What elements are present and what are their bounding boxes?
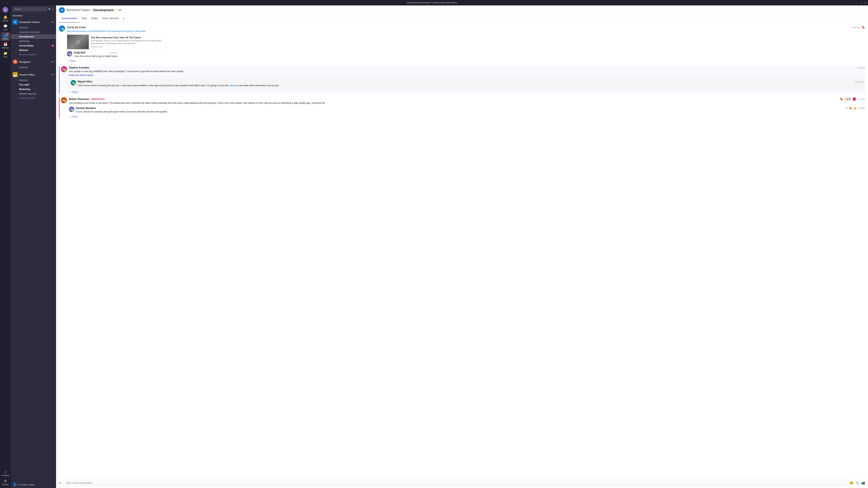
daniela-more-icon[interactable]: ••• [845,107,848,109]
designers-more[interactable]: ••• [51,60,54,63]
babek-mention[interactable]: Babek [76,110,83,113]
compose-input[interactable] [63,480,848,486]
search-icon[interactable]: 🔍 [48,8,51,11]
message-row-daphne: DK Daphne Knowles 11:05 am Any update on… [59,66,865,94]
attachment-button[interactable]: 📎 [855,481,859,485]
team-fourthcoffee-header[interactable]: ☕ Fourth Coffee ••• [11,71,56,78]
babek-text: Just sending some kudos to the team! The… [69,101,865,105]
create-team-button[interactable]: 👤+ Create a team [11,481,56,488]
tab-notes[interactable]: Notes [89,15,100,23]
team-logo: ↺ [59,7,65,13]
rail-item-meetings[interactable]: 📅 Meetings [1,41,10,50]
daniela-bookmark-icon[interactable]: 🔖 [849,107,852,109]
bookmark-icon-1[interactable]: 🔖 [862,26,865,29]
daniela-like-icon[interactable]: 👍 [853,107,856,109]
fourthcoffee-more[interactable]: ••• [51,73,54,76]
reply-button-2[interactable]: ↩ Reply [69,90,865,94]
tab-files[interactable]: Files [80,15,89,23]
avatar-miguel: MS [71,80,76,86]
close-button[interactable]: ✕ [864,1,866,4]
avatar-cecily: CD [59,26,65,32]
rail-item-teams[interactable]: 2 👥 Teams [1,32,10,41]
northwind-name: Northwind Traders [19,21,50,24]
team-northwind-header[interactable]: N Northwind Traders ••• [11,19,56,25]
search-input[interactable] [13,7,47,11]
minimize-button[interactable]: — [856,1,858,4]
kadji-author: Kadji Bell [74,51,85,54]
reply-button-3[interactable]: ↩ Reply [69,115,865,118]
maximize-button[interactable]: □ [861,1,862,4]
avatar-daphne: DK [61,66,67,72]
team-designers-header[interactable]: 🎨 Designers ••• [11,58,56,65]
rail-item-feedback[interactable]: ☺ Feedback [1,469,10,478]
reply-arrow-icon: ↩ [68,60,69,62]
jakob-mention[interactable]: Jakob [229,84,236,87]
daniela-reply-row: DM Daniela Mandera ••• 🔖 👍 11:26am [69,107,865,113]
channel-name: General [19,66,28,69]
back-button[interactable]: ← [2,1,4,4]
northwind-more[interactable]: ••• [51,21,54,24]
header-channel-name: Development [93,8,114,12]
bookmark-icon-3[interactable]: 🔖 [840,97,843,101]
channel-weekly-specials[interactable]: Weekly Specials [11,92,56,96]
message-header-babek: Babek Shammas !!IMPORTANT 🔖 👍 6 ! 11:24 … [69,97,865,101]
message-body-1: Cecily De Crum 11:00 am 🔖 http://www.con… [67,26,865,63]
channel-development[interactable]: Development [11,34,56,39]
meetings-label: Meetings [2,47,9,49]
msg-link-1: http://www.contoso.com/3054433/the-most-… [67,29,865,33]
tab-team-services[interactable]: Team Services [100,15,121,23]
rail-item-files[interactable]: 📁 Files [1,50,10,59]
channel-fourthcoffee-marketing[interactable]: Marketing [11,87,56,92]
msg-time-1: 11:00 am [852,26,860,29]
nested-reply-miguel: MS Miguel Silva 11:16 am I don't know wh… [69,78,865,89]
channel-customer-accounts[interactable]: Customer Accounts [11,30,56,34]
rail-item-chat[interactable]: 💬 Chat [1,23,10,32]
channel-website[interactable]: Website [11,48,56,53]
favorite-star-icon[interactable]: ★ [115,9,117,11]
miguel-body: Miguel Silva 11:16 am I don't know what … [78,80,863,87]
channel-marketing[interactable]: Marketing [11,39,56,43]
main-content: ↺ Northwind Traders › Development ★ ••• … [56,5,868,488]
tab-conversation[interactable]: Conversation [59,15,80,23]
header-team-name: Northwind Traders [66,8,90,12]
designers-avatar: 🎨 [13,59,18,64]
channel-northwind-general[interactable]: General [11,25,56,30]
create-team-label: Create a team [20,483,35,486]
compose-edit-icon: ✏ [59,481,62,485]
channel-name: Weekly Specials [19,92,36,95]
channel-designers-general[interactable]: General [11,65,56,70]
northwind-more-channels[interactable]: 32 more channels [11,53,56,57]
channel-fourthcoffee-general[interactable]: General [11,78,56,83]
message-row-babek: BS Babek Shammas !!IMPORTANT 🔖 👍 6 ! 11:… [59,97,865,118]
user-avatar[interactable]: A [3,7,8,13]
titlebar-title: Development (Northwind Traders) | Micros… [8,1,856,4]
daniela-time: 11:26am [857,107,865,109]
important-badge: ! [853,97,856,101]
emoji-button[interactable]: 😊 [849,481,854,485]
header-more-button[interactable]: ••• [118,8,122,12]
meet-button[interactable]: 📹 [861,481,865,485]
reply-button-1[interactable]: ↩ Reply [67,59,865,63]
replies-indicator[interactable]: Kadji and Jakob replied [69,73,865,77]
titlebar-nav[interactable]: ← → [2,1,8,4]
message-row-1: CD Cecily De Crum 11:00 am 🔖 http://www.… [59,26,865,63]
link-preview-1: 🖥 The Most Important Tech Jobs Of The Fu… [67,35,164,50]
like-reaction[interactable]: 👍 6 [844,97,852,101]
forward-button[interactable]: → [6,1,8,4]
rail-item-settings[interactable]: ⚙ Settings [1,478,10,487]
daniela-author: Daniela Mandera [76,107,96,109]
add-tab-button[interactable]: + [121,15,126,23]
team-fourthcoffee: ☕ Fourth Coffee ••• General Fun stuff Ma… [11,70,56,101]
files-icon: 📁 [3,51,7,55]
channel-social-media[interactable]: Social Media 2 [11,43,56,48]
kadji-text: I love this article! We've got a bright … [74,55,117,58]
rail-item-activity[interactable]: 🔔 Activity [1,14,10,23]
sidebar: 🔍 ✏ Favorites N Northwind Traders ••• Ge… [11,5,56,488]
babek-author: Babek Shammas [69,98,89,100]
titlebar-controls[interactable]: — □ ✕ [856,1,866,4]
compose-icon[interactable]: ✏ [52,8,54,11]
channel-fun-stuff[interactable]: Fun stuff [11,83,56,87]
fourthcoffee-more-channels[interactable]: 4 more channels [11,96,56,100]
kadji-reply-row: KB Kadji Bell 11:02 am I love this artic… [67,51,865,58]
article-link[interactable]: http://www.contoso.com/3054433/the-most-… [67,30,146,33]
